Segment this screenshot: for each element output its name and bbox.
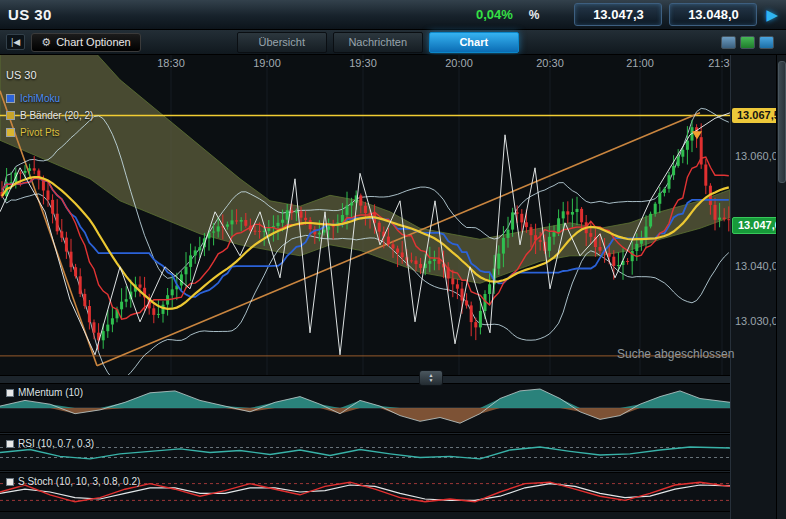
change-percent: 0,04%	[476, 7, 513, 22]
percent-toggle[interactable]: %	[529, 8, 540, 22]
chart-options-label: Chart Optionen	[56, 36, 131, 48]
sell-price-button[interactable]: 13.047,3	[574, 3, 662, 26]
legend-item-label: B Bänder (20, 2)	[20, 110, 93, 121]
scrollbar-thumb[interactable]	[778, 61, 786, 183]
tab-uebersicht[interactable]: Übersicht	[237, 32, 327, 53]
indicator-swatch-icon	[6, 478, 14, 486]
buy-price: 13.048,0	[688, 7, 739, 22]
legend-symbol-title: US 30	[6, 69, 93, 81]
legend-item-pivot[interactable]: Pivot Pts	[6, 124, 93, 141]
layout-icon[interactable]	[721, 36, 736, 49]
legend-item-bbands[interactable]: B Bänder (20, 2)	[6, 107, 93, 124]
sell-price: 13.047,3	[593, 7, 644, 22]
search-status-text: Suche abgeschlossen	[617, 347, 734, 361]
symbol-title: US 30	[8, 6, 52, 23]
bbands-swatch-icon	[6, 111, 15, 120]
rsi-label: RSI (10, 0.7, 0.3)	[6, 438, 94, 449]
toolbar: |◀ ⚙ Chart Optionen Übersicht Nachrichte…	[0, 30, 786, 55]
bottom-strip	[0, 511, 777, 519]
momentum-chart[interactable]	[0, 384, 730, 432]
vertical-scrollbar[interactable]	[776, 55, 786, 519]
toolbar-icon-group	[721, 36, 774, 49]
price-tick-label: 13.030,0	[735, 314, 778, 329]
rsi-chart[interactable]	[0, 435, 730, 470]
stochastic-panel[interactable]: S Stoch (10, 10, 3, 0.8, 0.2)	[0, 473, 730, 511]
chart-panel-divider	[0, 375, 777, 384]
price-chart[interactable]	[0, 55, 730, 375]
legend-item-label: IchiMoku	[20, 93, 60, 104]
indicator-swatch-icon	[6, 440, 14, 448]
legend-item-ichimoku[interactable]: IchiMoku	[6, 90, 93, 107]
indicator-name: MMentum (10)	[18, 387, 83, 398]
legend-item-label: Pivot Pts	[20, 127, 59, 138]
indicator-name: S Stoch (10, 10, 3, 0.8, 0.2)	[18, 476, 140, 487]
chart-style-icon[interactable]	[740, 36, 755, 49]
tab-chart[interactable]: Chart	[429, 32, 519, 53]
stochastic-label: S Stoch (10, 10, 3, 0.8, 0.2)	[6, 476, 140, 487]
splitter-down-icon: ▼	[429, 378, 434, 383]
indicator-swatch-icon	[6, 389, 14, 397]
gear-icon: ⚙	[41, 36, 51, 49]
popup-window-icon[interactable]	[759, 36, 774, 49]
chart-region: 18:3019:0019:3020:0020:3021:0021:30 US 3…	[0, 55, 786, 519]
trading-app: US 30 0,04% % 13.047,3 13.048,0 ▶ |◀ ⚙ C…	[0, 0, 786, 519]
chart-legend: US 30 IchiMoku B Bänder (20, 2) Pivot Pt…	[6, 69, 93, 141]
panel-splitter[interactable]: ▲ ▼	[419, 370, 443, 386]
ichimoku-swatch-icon	[6, 94, 15, 103]
momentum-label: MMentum (10)	[6, 387, 83, 398]
pivot-swatch-icon	[6, 128, 15, 137]
collapse-panel-icon[interactable]: |◀	[6, 34, 25, 50]
tab-nachrichten[interactable]: Nachrichten	[333, 32, 423, 53]
chart-options-button[interactable]: ⚙ Chart Optionen	[31, 33, 140, 52]
momentum-panel[interactable]: MMentum (10)	[0, 384, 730, 432]
price-tick-label: 13.060,0	[735, 149, 778, 164]
topbar: US 30 0,04% % 13.047,3 13.048,0 ▶	[0, 0, 786, 30]
rsi-panel[interactable]: RSI (10, 0.7, 0.3)	[0, 435, 730, 470]
price-tick-label: 13.040,0	[735, 259, 778, 274]
expand-quote-chevron-icon[interactable]: ▶	[766, 6, 778, 24]
indicator-name: RSI (10, 0.7, 0.3)	[18, 438, 94, 449]
buy-price-button[interactable]: 13.048,0	[669, 3, 757, 26]
